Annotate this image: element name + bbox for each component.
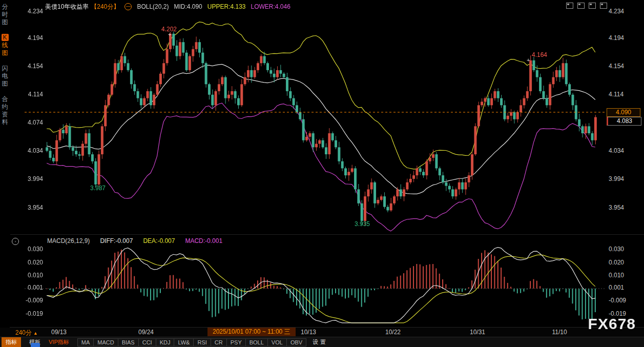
panel-divider [10, 234, 644, 235]
last-close-badge: 4.083 [607, 117, 641, 126]
macd-axis-label-l: 0.001 [15, 284, 43, 291]
price-axis-label-r: 4.034 [609, 147, 624, 154]
indicator-button-psy[interactable]: PSY [227, 338, 246, 346]
macd-panel-icon[interactable]: ◦ [12, 238, 19, 245]
period-tag: 【240分】 [91, 3, 119, 11]
macd-axis-label-r: 0.001 [609, 284, 624, 291]
macd-diff-value: DIFF:-0.007 [100, 237, 133, 244]
price-axis-label-l: 4.034 [15, 147, 43, 154]
price-axis-label-l: 4.074 [15, 119, 43, 126]
brand-watermark: FX678 [588, 315, 636, 333]
boll-label: BOLL(20,2) [137, 3, 169, 10]
indicator-button-obv[interactable]: OBV [287, 338, 306, 346]
indicator-button-rsi[interactable]: RSI [194, 338, 211, 346]
top-bar: 美债10年收益率 【240分】 — BOLL(20,2) MID:4.090 U… [10, 0, 644, 13]
macd-axis-label-l: 0.010 [15, 272, 43, 279]
macd-axis-label-r: -0.009 [609, 297, 626, 304]
xaxis-date[interactable]: 10/13 [301, 329, 316, 336]
boll-upper-value: UPPER:4.133 [207, 3, 246, 10]
indicator-button-boll[interactable]: BOLL [246, 338, 268, 346]
layout-single-icon[interactable] [566, 3, 573, 9]
indicator-button-macd[interactable]: MACD [94, 338, 118, 346]
price-axis-label-r: 4.114 [609, 91, 624, 98]
macd-axis-label-l: -0.019 [15, 310, 43, 317]
bottom-toolbar: 指标 模板 VIP指标 MAMACDBIASCCIKDJLW&RSICRPSYB… [0, 337, 644, 347]
instrument-title: 美债10年收益率 [45, 3, 89, 11]
layout-quad-icon[interactable] [600, 3, 607, 9]
macd-header: MACD(26,12,9) DIFF:-0.007 DEA:-0.007 MAC… [47, 237, 222, 244]
period-text: 240分 [15, 329, 32, 336]
crosshair-marker-2: + [527, 57, 530, 63]
macd-axis-label-r: 0.020 [609, 259, 624, 266]
price-axis-label-r: 4.194 [609, 34, 624, 42]
high-annotation-2: 4.164 [532, 51, 547, 58]
xaxis-date[interactable]: 10/31 [470, 329, 485, 336]
period-selector[interactable]: 240分▲ [15, 329, 38, 337]
macd-axis-label-l: 0.030 [15, 246, 43, 253]
indicator-button-lw[interactable]: LW& [174, 338, 194, 346]
low-annotation-1: 3.987 [90, 185, 106, 192]
collapse-indicator-icon[interactable]: — [124, 3, 132, 10]
xaxis-date[interactable]: 09/13 [51, 329, 67, 336]
macd-dea-value: DEA:-0.007 [143, 237, 175, 244]
tab-kline-chart[interactable]: K线图 [2, 34, 9, 56]
layout-toggle-icons [566, 3, 607, 9]
current-price-badge: 4.090 [607, 108, 640, 117]
price-axis-label-r: 4.154 [609, 63, 624, 70]
indicator-button-cr[interactable]: CR [211, 338, 227, 346]
tab-indicator[interactable]: 指标 [2, 337, 21, 347]
macd-axis-label-l: 0.020 [15, 259, 43, 266]
tab-flash-chart[interactable]: 闪电图 [2, 65, 8, 87]
xaxis-date[interactable]: 11/10 [552, 329, 567, 336]
layout-split-icon[interactable] [577, 3, 585, 9]
time-axis-strip [0, 327, 644, 338]
xaxis-date[interactable]: 09/24 [138, 329, 154, 336]
tab-time-chart[interactable]: 分时图 [2, 3, 8, 26]
xaxis-date[interactable]: 10/22 [385, 329, 401, 336]
indicator-button-cci[interactable]: CCI [139, 338, 156, 346]
taskbar-icon[interactable] [31, 343, 40, 347]
tab-contract-info[interactable]: 合约资料 [2, 95, 8, 126]
macd-axis-label-r: 0.030 [609, 246, 624, 253]
kline-chart-canvas[interactable] [10, 14, 605, 233]
price-axis-label-r: 3.994 [609, 175, 624, 182]
tab-vip-indicator[interactable]: VIP指标 [46, 337, 72, 347]
macd-params-label: MACD(26,12,9) [47, 237, 90, 244]
indicator-button-ma[interactable]: MA [77, 338, 94, 346]
macd-hist-value: MACD:-0.001 [185, 237, 222, 244]
chart-app: 分时图K线图闪电图合约资料 美债10年收益率 【240分】 — BOLL(20,… [0, 0, 644, 347]
price-axis-label-l: 4.154 [15, 63, 43, 70]
price-axis-label-l: 4.114 [15, 91, 43, 98]
indicator-button-kdj[interactable]: KDJ [156, 338, 175, 346]
indicator-button-bias[interactable]: BIAS [118, 338, 139, 346]
settings-button[interactable]: 设置 [313, 338, 328, 346]
period-up-arrow-icon: ▲ [33, 331, 38, 336]
macd-axis-label-l: -0.009 [15, 297, 43, 304]
price-axis-label-l: 3.994 [15, 175, 43, 182]
indicator-button-vol[interactable]: VOL [268, 338, 287, 346]
macd-axis-label-r: 0.010 [609, 272, 624, 279]
macd-chart-canvas[interactable] [10, 245, 605, 326]
selected-candle-time: 2025/10/01 07:00 ~ 11:00 三 [207, 328, 296, 336]
price-axis-label-r: 3.954 [609, 204, 624, 211]
crosshair-marker-1: + [168, 31, 171, 37]
price-axis-label-l: 3.954 [15, 204, 43, 211]
left-sidebar: 分时图K线图闪电图合约资料 [0, 0, 10, 328]
boll-mid-value: MID:4.090 [174, 3, 202, 10]
layout-grid-icon[interactable] [589, 3, 596, 9]
price-axis-label-l: 4.194 [15, 34, 43, 42]
indicator-button-row: MAMACDBIASCCIKDJLW&RSICRPSYBOLLVOLOBV [77, 338, 306, 346]
low-annotation-2: 3.935 [355, 220, 370, 228]
boll-lower-value: LOWER:4.046 [251, 3, 290, 10]
